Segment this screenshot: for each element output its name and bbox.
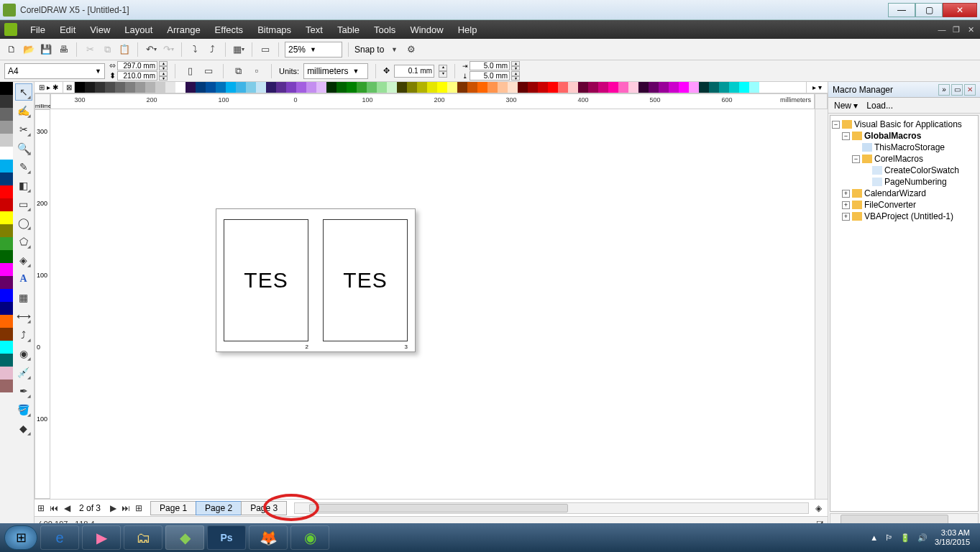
color-swatch[interactable] [427,82,437,93]
docker-close-button[interactable]: ✕ [964,84,976,96]
color-swatch[interactable] [226,82,236,93]
undo-button[interactable]: ↶▾ [144,42,158,57]
color-swatch[interactable] [528,82,538,93]
color-swatch[interactable] [306,82,316,93]
outline-tool[interactable]: ✒◢ [15,382,32,400]
dock-swatch[interactable] [0,224,13,237]
color-swatch[interactable] [638,82,649,93]
dock-swatch[interactable] [0,250,13,263]
color-swatch[interactable] [659,82,669,93]
import-button[interactable]: ⤵ [188,42,202,57]
duplicate-y-input[interactable] [470,71,510,80]
tray-action-center-icon[interactable]: 🏳 [885,533,893,542]
basic-shapes-tool[interactable]: ◈◢ [15,252,32,269]
all-pages-button[interactable]: ⧉ [231,64,245,78]
open-button[interactable]: 📂 [22,42,36,57]
next-page-button[interactable]: ▶ [106,503,119,513]
tray-clock[interactable]: 3:03 AM 3/18/2015 [935,528,970,547]
dock-swatch[interactable] [0,315,13,328]
horizontal-scrollbar[interactable] [294,502,809,514]
add-page-right[interactable]: ⊞ [132,503,145,513]
maximize-button[interactable]: ▢ [915,3,943,17]
color-swatch[interactable] [155,82,165,93]
save-button[interactable]: 💾 [39,42,53,57]
menu-view[interactable]: View [83,24,117,35]
paste-button[interactable]: 📋 [117,42,132,57]
connector-tool[interactable]: ⤴◢ [15,326,32,344]
eyedropper-tool[interactable]: 💉◢ [15,364,32,381]
color-swatch[interactable] [186,82,196,93]
color-swatch[interactable] [699,82,709,93]
docker-undock-button[interactable]: ▭ [951,84,963,96]
color-swatch[interactable] [75,82,85,93]
ellipse-tool[interactable]: ◯◢ [15,214,32,231]
export-button[interactable]: ⤴ [205,42,219,57]
color-swatch[interactable] [125,82,135,93]
duplicate-x-input[interactable] [470,61,510,70]
color-swatch[interactable] [336,82,347,93]
docker-expand-button[interactable]: » [938,84,950,96]
menu-bitmaps[interactable]: Bitmaps [250,24,298,35]
taskbar-coreldraw[interactable]: ◆ [165,525,204,550]
no-fill-swatch[interactable]: ⊠ [63,82,75,93]
color-swatch[interactable] [105,82,115,93]
menu-effects[interactable]: Effects [208,24,251,35]
landscape-button[interactable]: ▭ [201,64,216,78]
color-swatch[interactable] [447,82,457,93]
drawing-area[interactable]: TES 2 TES 3 [50,109,815,499]
nudge-spinner[interactable]: ▴▾ [439,65,447,78]
menu-layout[interactable]: Layout [117,24,160,35]
zoom-combo[interactable]: 25%▼ [285,42,342,58]
color-swatch[interactable] [296,82,306,93]
menu-table[interactable]: Table [330,24,367,35]
color-swatch[interactable] [95,82,105,93]
new-document-button[interactable]: 🗋 [4,42,19,57]
taskbar-ie[interactable]: e [40,525,79,550]
menu-edit[interactable]: Edit [52,24,83,35]
smart-fill-tool[interactable]: ◧◢ [15,177,32,194]
color-swatch[interactable] [568,82,578,93]
polygon-tool[interactable]: ⬠◢ [15,233,32,250]
dock-swatch[interactable] [0,95,13,108]
color-swatch[interactable] [719,82,729,93]
first-page-button[interactable]: ⏮ [47,503,60,513]
menu-file[interactable]: File [23,24,52,35]
color-swatch[interactable] [266,82,276,93]
portrait-button[interactable]: ▯ [183,64,197,78]
tray-volume-icon[interactable]: 🔊 [917,533,928,543]
page-size-combo[interactable]: A4▼ [4,63,105,79]
color-swatch[interactable] [739,82,749,93]
color-swatch[interactable] [498,82,508,93]
horizontal-ruler[interactable]: millimeters 3002001000100200300400500600 [50,93,815,109]
dock-swatch[interactable] [0,263,13,276]
color-swatch[interactable] [407,82,417,93]
menu-tools[interactable]: Tools [367,24,403,35]
text-tool[interactable]: A [15,270,32,288]
dock-swatch[interactable] [0,289,13,302]
color-swatch[interactable] [417,82,427,93]
color-swatch[interactable] [618,82,628,93]
color-swatch[interactable] [679,82,689,93]
app-launcher-button[interactable]: ▦▾ [232,42,246,57]
color-swatch[interactable] [236,82,246,93]
dupx-spinner[interactable]: ▴▾ [511,61,520,70]
menu-text[interactable]: Text [298,24,330,35]
vertical-ruler[interactable]: 3002001000100 [35,109,50,499]
color-swatch[interactable] [357,82,367,93]
color-swatch[interactable] [477,82,487,93]
color-swatch[interactable] [165,82,175,93]
color-swatch[interactable] [286,82,296,93]
fill-tool[interactable]: 🪣◢ [15,401,32,418]
options-button[interactable]: ⚙ [404,42,418,57]
color-swatch[interactable] [608,82,618,93]
print-button[interactable]: 🖶 [56,42,70,57]
color-swatch[interactable] [135,82,145,93]
last-page-button[interactable]: ⏭ [119,503,132,513]
color-swatch[interactable] [598,82,608,93]
color-swatch[interactable] [538,82,548,93]
taskbar-app[interactable]: ◉ [290,525,329,550]
tree-toggle[interactable]: − [832,121,840,129]
page-tab[interactable]: Page 1 [150,501,196,515]
color-swatch[interactable] [548,82,558,93]
minimize-button[interactable]: — [888,3,915,17]
